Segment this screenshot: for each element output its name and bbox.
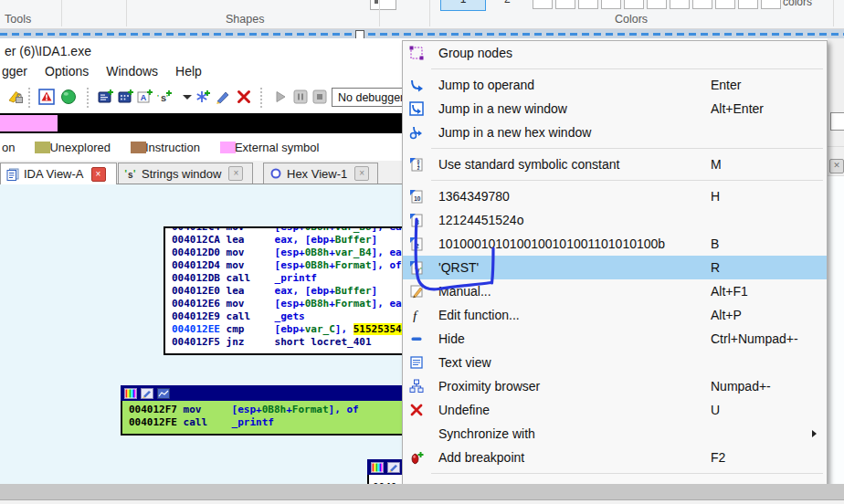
node-chart-icon[interactable] <box>157 388 170 399</box>
color2-button[interactable]: 2 <box>504 0 511 5</box>
menu-item[interactable]: Add breakpointF2 <box>403 446 827 469</box>
color-swatch[interactable] <box>533 0 553 9</box>
green-ball-icon[interactable] <box>60 89 77 105</box>
menu-item[interactable]: Proximity browserNumpad+- <box>403 374 827 398</box>
menu-item-label: Add breakpoint <box>438 450 524 465</box>
menu-item[interactable]: Jump in a new hex window <box>403 121 827 144</box>
menu-item-label: Edit function... <box>438 308 520 322</box>
edit-colors-label[interactable]: colors <box>783 0 812 8</box>
color-swatch[interactable] <box>715 0 735 9</box>
menu-item[interactable]: fEdit function...Alt+P <box>403 303 827 327</box>
delete-x-icon[interactable] <box>236 89 252 105</box>
menu-item[interactable]: Group nodes <box>403 41 827 65</box>
binary-icon: 2 <box>409 236 424 251</box>
color-swatch[interactable] <box>601 0 621 9</box>
snip-selection-dashed-line <box>0 33 844 36</box>
highlighter-lock-icon[interactable] <box>7 89 24 105</box>
menu-item[interactable]: 'y''QRST'R <box>403 256 827 279</box>
menu-item[interactable]: UndefineU <box>403 398 827 422</box>
color-swatch[interactable] <box>647 0 667 9</box>
stop-icon[interactable] <box>311 89 328 105</box>
color-swatch[interactable] <box>761 0 781 9</box>
menu-item-label: Jump to operand <box>438 78 534 92</box>
menubar-item-1[interactable]: Options <box>45 64 89 79</box>
ribbon-group-colors: Colors <box>615 13 648 26</box>
tab-label: Hex View-1 <box>287 167 347 181</box>
create-code-icon[interactable] <box>98 89 114 105</box>
node-pencil-icon[interactable] <box>141 388 153 399</box>
pane-close-button[interactable]: ✕ <box>829 159 844 173</box>
node-pencil-icon[interactable] <box>387 462 400 473</box>
code-line: 004012E6 mov[esp+0B8h+Format], eax <box>172 298 410 310</box>
create-name-icon[interactable]: A <box>137 89 153 105</box>
tab-strings-window[interactable]: 's'Strings window× <box>118 163 253 184</box>
color-swatch[interactable] <box>555 0 575 9</box>
tab-close-icon[interactable]: × <box>91 167 106 182</box>
node-title-bar <box>121 385 406 401</box>
graph-node-highlighted[interactable]: 004012F7 mov[esp+0B8h+Format], of004012F… <box>121 385 406 437</box>
symbolic-constant-icon: 012 <box>409 157 424 172</box>
menu-item[interactable]: 101364349780H <box>403 184 827 208</box>
svg-text:f: f <box>413 309 418 323</box>
pause-icon[interactable] <box>292 89 309 105</box>
color1-button[interactable]: 1 <box>440 0 486 11</box>
menu-item[interactable]: Text view <box>403 351 827 374</box>
code-line: 004012E0 leaeax, [ebp+Buffer] <box>172 285 410 298</box>
menu-item-label: Undefine <box>438 403 490 417</box>
color-swatch[interactable] <box>738 0 758 9</box>
code-line: 004012CA leaeax, [ebp+Buffer] <box>172 234 410 247</box>
play-icon[interactable] <box>272 89 289 105</box>
tab-close-icon[interactable]: × <box>228 166 243 181</box>
menu-item[interactable]: 21010001010100100101001101010100bB <box>403 232 827 256</box>
menu-item-shortcut: H <box>711 189 720 204</box>
menu-item-shortcut: B <box>711 236 719 251</box>
menu-item-shortcut: Alt+P <box>711 308 742 322</box>
right-docked-pane: ✕ <box>828 38 844 484</box>
create-data-icon[interactable] <box>118 89 134 105</box>
menubar-item-0[interactable]: gger <box>2 64 27 79</box>
color-swatch[interactable] <box>624 0 644 9</box>
code-line: 004012F5 jnzshort locret_401 <box>172 336 410 349</box>
toolbar-separator <box>28 88 30 108</box>
menu-item[interactable]: Jump to operandEnter <box>403 73 827 97</box>
tab-close-icon[interactable]: × <box>354 166 369 181</box>
color-swatch[interactable] <box>578 0 598 9</box>
warning-icon[interactable] <box>38 89 55 105</box>
submenu-arrow-icon <box>812 430 817 437</box>
menubar-item-3[interactable]: Help <box>175 64 202 79</box>
menu-item-shortcut: Ctrl+Numpad+- <box>711 331 798 346</box>
ribbon-partial-control[interactable] <box>370 0 396 10</box>
legend-swatch <box>35 142 50 153</box>
tab-hex-view-1[interactable]: Hex View-1× <box>263 163 378 184</box>
legend-label: on <box>2 141 15 154</box>
svg-text:': ' <box>125 169 127 179</box>
palette-icon[interactable] <box>124 388 137 399</box>
menu-item[interactable]: Synchronize with <box>403 422 827 446</box>
asterisk-icon[interactable] <box>195 89 211 105</box>
menu-item[interactable]: 012Use standard symbolic constantM <box>403 152 827 176</box>
menu-item[interactable]: Manual...Alt+F1 <box>403 279 827 303</box>
dropdown-arrow-icon[interactable] <box>179 89 195 105</box>
pencil-icon[interactable] <box>216 89 232 105</box>
menu-item-shortcut: M <box>711 157 722 172</box>
menu-item[interactable]: 812124451524o <box>403 208 827 232</box>
tab-ida-view-a[interactable]: IDA View-A× <box>0 163 117 184</box>
graph-node-basic-block[interactable]: 004012C4 mov[esp+0B8h+var_B8], eax004012… <box>164 226 412 355</box>
menu-separator <box>403 469 827 478</box>
color-swatch[interactable] <box>670 0 690 9</box>
window-title: er (6)\IDA1.exe <box>5 44 91 58</box>
palette-icon[interactable] <box>371 462 384 473</box>
menu-item-label: Text view <box>438 355 491 370</box>
menu-item[interactable]: Jump in a new windowAlt+Enter <box>403 97 827 121</box>
create-string-icon[interactable]: 's' <box>156 89 173 105</box>
menu-separator <box>403 176 827 184</box>
menu-item-label: Manual... <box>438 284 491 299</box>
color-swatch[interactable] <box>692 0 712 9</box>
code-line: 004012DB call_printf <box>172 272 410 285</box>
menubar-item-2[interactable]: Windows <box>106 64 158 79</box>
ida-view-icon <box>6 168 19 181</box>
svg-text:2: 2 <box>417 166 420 171</box>
toolbar-separator <box>87 88 89 108</box>
svg-text:': ' <box>166 93 168 101</box>
menu-item[interactable]: HideCtrl+Numpad+- <box>403 327 827 351</box>
